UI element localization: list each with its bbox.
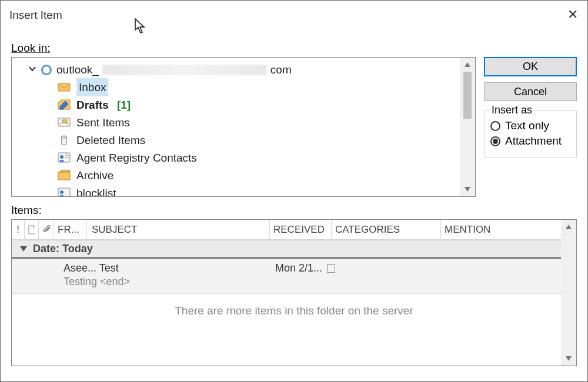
col-subject[interactable]: SUBJECT <box>87 220 269 239</box>
message-preview: Testing <end> <box>64 276 275 288</box>
folder-tree[interactable]: outlook_ com Inbox Drafts <box>11 57 476 197</box>
folder-icon <box>58 169 71 181</box>
close-icon[interactable]: ✕ <box>567 9 579 21</box>
redacted-text <box>102 65 267 75</box>
insert-as-group: Insert as Text only Attachment <box>484 110 577 158</box>
col-importance[interactable]: ! <box>12 220 25 239</box>
scroll-thumb[interactable] <box>463 72 472 119</box>
trash-icon <box>58 134 71 146</box>
svg-rect-9 <box>58 188 70 196</box>
folder-sent[interactable]: Sent Items <box>16 113 475 131</box>
column-headers[interactable]: ! FR... SUBJECT RECEIVED CATEGORIES MENT… <box>12 220 576 240</box>
folder-drafts[interactable]: Drafts [1] <box>16 96 475 113</box>
paperclip-icon <box>42 225 50 234</box>
folder-archive[interactable]: Archive <box>16 166 475 184</box>
col-attachment[interactable] <box>39 220 54 239</box>
message-received: Mon 2/1... <box>275 262 322 274</box>
group-title: Insert as <box>489 104 534 116</box>
svg-rect-8 <box>58 172 70 180</box>
svg-rect-2 <box>62 120 67 123</box>
scroll-up-icon[interactable] <box>460 58 475 72</box>
col-received[interactable]: RECEIVED <box>269 220 332 239</box>
svg-point-3 <box>61 136 67 138</box>
tree-scrollbar[interactable] <box>460 58 475 196</box>
folder-label: Sent Items <box>76 114 130 131</box>
items-scrollbar[interactable] <box>561 220 576 366</box>
dialog-title: Insert Item <box>9 9 567 22</box>
radio-icon <box>490 136 500 146</box>
collapse-icon[interactable] <box>20 246 27 252</box>
message-from-subject: Asee... Test <box>64 262 275 274</box>
folder-blocklist[interactable]: blocklist <box>16 184 475 196</box>
account-row[interactable]: outlook_ com <box>16 61 475 78</box>
category-box[interactable] <box>327 264 335 273</box>
folder-agent-contacts[interactable]: Agent Registry Contacts <box>16 149 475 166</box>
svg-rect-0 <box>58 83 70 91</box>
folder-label: Deleted Items <box>76 132 145 149</box>
scroll-up-icon[interactable] <box>561 220 576 234</box>
radio-icon <box>490 121 500 131</box>
titlebar: Insert Item ✕ <box>1 1 587 30</box>
contacts-icon <box>58 152 71 163</box>
contacts-icon <box>58 187 71 196</box>
date-group-header[interactable]: Date: Today <box>12 240 576 259</box>
page-icon <box>28 225 35 234</box>
items-label: Items: <box>11 204 577 217</box>
folder-label: Drafts <box>76 96 109 113</box>
more-items-message: There are more items in this folder on t… <box>12 304 576 317</box>
sent-icon <box>58 116 71 128</box>
scroll-down-icon[interactable] <box>561 351 576 366</box>
col-categories[interactable]: CATEGORIES <box>332 220 441 239</box>
col-icon[interactable] <box>25 220 39 239</box>
account-icon <box>40 63 53 76</box>
account-name: outlook_ com <box>56 61 292 78</box>
svg-point-10 <box>60 190 64 194</box>
chevron-down-icon[interactable] <box>28 61 36 78</box>
look-in-label: Look in: <box>11 42 577 55</box>
radio-text-only[interactable]: Text only <box>490 119 570 132</box>
folder-label: Agent Registry Contacts <box>76 149 197 166</box>
scroll-down-icon[interactable] <box>460 182 475 196</box>
col-from[interactable]: FR... <box>54 220 87 239</box>
drafts-count: [1] <box>117 96 131 113</box>
folder-label: Inbox <box>76 78 108 96</box>
cancel-button[interactable]: Cancel <box>484 82 577 101</box>
inbox-icon <box>58 81 71 93</box>
folder-inbox[interactable]: Inbox <box>16 78 475 96</box>
items-list[interactable]: ! FR... SUBJECT RECEIVED CATEGORIES MENT… <box>11 219 577 366</box>
svg-point-5 <box>60 155 64 159</box>
folder-label: blocklist <box>76 185 116 196</box>
folder-label: Archive <box>76 167 113 184</box>
drafts-icon <box>58 99 71 110</box>
col-mention[interactable]: MENTION <box>441 220 576 239</box>
radio-attachment[interactable]: Attachment <box>490 135 570 148</box>
ok-button[interactable]: OK <box>484 57 577 76</box>
message-row[interactable]: Asee... Test Testing <end> Mon 2/1... <box>12 259 576 294</box>
folder-deleted[interactable]: Deleted Items <box>16 131 475 149</box>
